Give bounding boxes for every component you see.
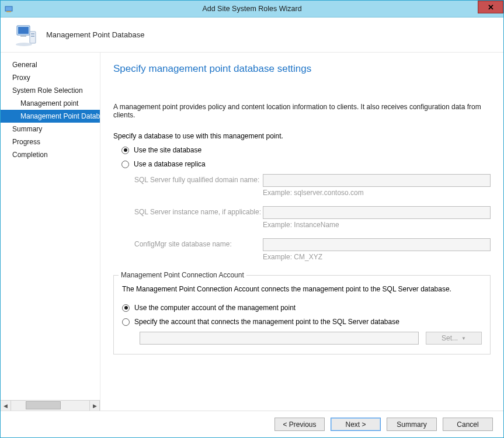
header-subtitle: Management Point Database xyxy=(46,30,144,39)
svg-rect-1 xyxy=(6,11,11,12)
scroll-right-arrow-icon[interactable]: ▶ xyxy=(89,401,100,411)
close-icon: ✕ xyxy=(488,3,494,12)
svg-rect-0 xyxy=(5,6,12,11)
radio-use-site-database[interactable]: Use the site database xyxy=(113,146,491,154)
radio-icon xyxy=(121,147,129,154)
fqdn-example: Example: sqlserver.contoso.com xyxy=(263,189,491,197)
wizard-body: General Proxy System Role Selection Mana… xyxy=(1,53,503,411)
account-row: Set... ▼ xyxy=(122,332,482,345)
scroll-thumb[interactable] xyxy=(26,401,61,409)
sidebar-item-progress[interactable]: Progress xyxy=(1,135,100,148)
sidebar-item-proxy[interactable]: Proxy xyxy=(1,71,100,84)
dbname-input xyxy=(263,238,491,251)
window-title: Add Site System Roles Wizard xyxy=(1,5,503,13)
main-panel: Specify management point database settin… xyxy=(100,53,503,411)
page-description: A management point provides policy and c… xyxy=(113,103,491,119)
svg-rect-7 xyxy=(31,36,34,37)
field-row-fqdn: SQL Server fully qualified domain name: … xyxy=(113,174,491,203)
radio-icon xyxy=(121,161,129,168)
cancel-button[interactable]: Cancel xyxy=(443,418,493,431)
sidebar-item-system-role-selection[interactable]: System Role Selection xyxy=(1,84,100,97)
radio-label: Specify the account that connects the ma… xyxy=(134,318,399,326)
close-button[interactable]: ✕ xyxy=(478,1,503,13)
account-input xyxy=(140,332,419,345)
sidebar-horizontal-scrollbar[interactable]: ◀ ▶ xyxy=(1,400,100,411)
instance-label: SQL Server instance name, if applicable: xyxy=(134,206,263,216)
svg-rect-6 xyxy=(31,33,34,34)
wizard-graphic-icon xyxy=(13,22,39,48)
fqdn-input xyxy=(263,174,491,187)
set-button: Set... ▼ xyxy=(426,332,482,345)
field-row-instance: SQL Server instance name, if applicable:… xyxy=(113,206,491,235)
fqdn-label: SQL Server fully qualified domain name: xyxy=(134,174,263,184)
group-legend: Management Point Connection Account xyxy=(119,271,246,279)
scroll-left-arrow-icon[interactable]: ◀ xyxy=(1,401,11,411)
radio-icon xyxy=(122,318,130,326)
svg-point-8 xyxy=(16,43,32,46)
sidebar-item-management-point[interactable]: Management point xyxy=(1,97,100,110)
wizard-footer: < Previous Next > Summary Cancel xyxy=(1,411,503,437)
radio-icon xyxy=(122,304,130,312)
svg-rect-3 xyxy=(18,27,29,34)
group-description: The Management Point Connection Account … xyxy=(122,285,482,293)
radio-specify-account[interactable]: Specify the account that connects the ma… xyxy=(122,318,482,326)
dbname-label: ConfigMgr site database name: xyxy=(134,238,263,248)
instance-example: Example: InstanceName xyxy=(263,221,491,229)
radio-label: Use the computer account of the manageme… xyxy=(134,304,296,312)
radio-label: Use a database replica xyxy=(134,160,206,168)
header-band: Management Point Database xyxy=(1,18,503,53)
sidebar-item-summary[interactable]: Summary xyxy=(1,123,100,135)
page-title: Specify management point database settin… xyxy=(113,63,491,75)
set-button-label: Set... xyxy=(442,334,458,342)
previous-button[interactable]: < Previous xyxy=(274,418,325,431)
scroll-track[interactable] xyxy=(11,401,89,411)
field-row-dbname: ConfigMgr site database name: Example: C… xyxy=(113,238,491,267)
dbname-example: Example: CM_XYZ xyxy=(263,253,491,261)
radio-label: Use the site database xyxy=(134,146,201,154)
app-icon xyxy=(4,4,13,13)
connection-account-group: Management Point Connection Account The … xyxy=(113,275,491,354)
sidebar-container: General Proxy System Role Selection Mana… xyxy=(1,53,100,411)
sidebar-item-general[interactable]: General xyxy=(1,58,100,71)
db-section-label: Specify a database to use with this mana… xyxy=(113,132,491,140)
svg-rect-4 xyxy=(20,35,26,37)
summary-button[interactable]: Summary xyxy=(387,418,437,431)
radio-use-database-replica[interactable]: Use a database replica xyxy=(113,160,491,168)
titlebar: Add Site System Roles Wizard ✕ xyxy=(1,1,503,18)
radio-use-computer-account[interactable]: Use the computer account of the manageme… xyxy=(122,304,482,312)
chevron-down-icon: ▼ xyxy=(461,336,466,341)
sidebar: General Proxy System Role Selection Mana… xyxy=(1,53,100,400)
sidebar-item-completion[interactable]: Completion xyxy=(1,148,100,161)
next-button[interactable]: Next > xyxy=(331,418,381,431)
instance-input xyxy=(263,206,491,219)
sidebar-item-management-point-database[interactable]: Management Point Database xyxy=(1,110,100,123)
